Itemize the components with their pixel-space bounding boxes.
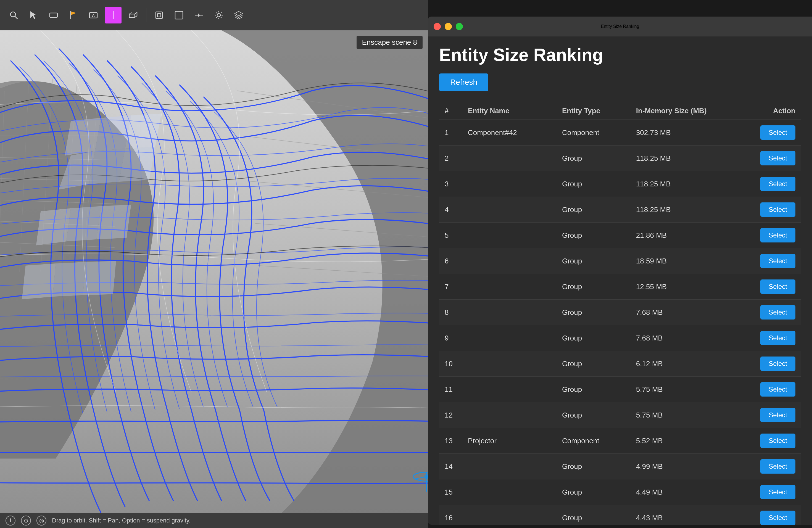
section-tool-icon[interactable] [191, 7, 207, 24]
col-header-size: In-Memory Size (MB) [630, 102, 745, 120]
select-button-5[interactable]: Select [760, 228, 795, 243]
cell-size: 4.99 MB [630, 454, 745, 480]
select-button-3[interactable]: Select [760, 177, 795, 191]
cell-entity-name [462, 274, 556, 299]
entity-table: # Entity Name Entity Type In-Memory Size… [439, 102, 801, 525]
shape-tool-icon[interactable] [105, 7, 121, 24]
cell-entity-type: Group [556, 351, 630, 377]
cell-entity-name: Projector [462, 428, 556, 454]
table-row: 11Group5.75 MBSelect [439, 377, 801, 402]
scene-label: Enscape scene 8 [357, 36, 423, 49]
cell-entity-name [462, 325, 556, 351]
select-button-15[interactable]: Select [760, 485, 795, 499]
cell-entity-name [462, 146, 556, 171]
cell-entity-name [462, 223, 556, 248]
close-button[interactable] [434, 23, 441, 30]
table-row: 3Group118.25 MBSelect [439, 171, 801, 197]
cell-entity-type: Group [556, 454, 630, 480]
table-row: 4Group118.25 MBSelect [439, 197, 801, 223]
cell-entity-type: Group [556, 299, 630, 325]
cell-entity-name [462, 454, 556, 480]
select-button-7[interactable]: Select [760, 279, 795, 294]
svg-marker-43 [97, 205, 131, 239]
settings-tool-icon[interactable] [211, 7, 227, 24]
select-button-11[interactable]: Select [760, 382, 795, 397]
maximize-button[interactable] [456, 23, 463, 30]
select-button-2[interactable]: Select [760, 151, 795, 165]
table-row: 7Group12.55 MBSelect [439, 274, 801, 299]
refresh-button[interactable]: Refresh [439, 73, 488, 91]
select-button-1[interactable]: Select [760, 126, 795, 140]
cell-action: Select [745, 248, 801, 274]
push-pull-tool-icon[interactable] [125, 7, 141, 24]
panel-titlebar: Entity Size Ranking [428, 17, 812, 36]
select-button-16[interactable]: Select [760, 511, 795, 525]
layout-tool-icon[interactable] [171, 7, 187, 24]
cell-size: 118.25 MB [630, 197, 745, 223]
table-row: 9Group7.68 MBSelect [439, 325, 801, 351]
panel-title: Entity Size Ranking [439, 45, 801, 65]
offset-tool-icon[interactable] [151, 7, 168, 24]
cell-action: Select [745, 325, 801, 351]
cell-rank: 5 [439, 223, 462, 248]
entity-size-ranking-panel: Entity Size Ranking Entity Size Ranking … [428, 17, 812, 525]
eraser-tool-icon[interactable] [45, 7, 62, 24]
cell-rank: 4 [439, 197, 462, 223]
cell-size: 4.43 MB [630, 505, 745, 525]
cell-action: Select [745, 299, 801, 325]
cell-rank: 8 [439, 299, 462, 325]
cell-rank: 2 [439, 146, 462, 171]
layers-tool-icon[interactable] [230, 7, 247, 24]
col-header-action: Action [745, 102, 801, 120]
col-header-name: Entity Name [462, 102, 556, 120]
cell-rank: 13 [439, 428, 462, 454]
select-button-13[interactable]: Select [760, 434, 795, 448]
cell-size: 6.12 MB [630, 351, 745, 377]
cell-size: 21.86 MB [630, 223, 745, 248]
cell-entity-type: Group [556, 505, 630, 525]
cell-rank: 3 [439, 171, 462, 197]
svg-line-1 [15, 16, 18, 19]
flag-tool-icon[interactable] [65, 7, 82, 24]
cell-entity-type: Group [556, 197, 630, 223]
cell-size: 4.49 MB [630, 480, 745, 505]
select-button-8[interactable]: Select [760, 305, 795, 320]
toolbar: A [0, 0, 428, 30]
table-header: # Entity Name Entity Type In-Memory Size… [439, 102, 801, 120]
svg-point-17 [217, 14, 220, 17]
cell-action: Select [745, 223, 801, 248]
search-tool-icon[interactable] [5, 7, 22, 24]
select-button-12[interactable]: Select [760, 408, 795, 422]
toolbar-separator-1 [146, 8, 146, 22]
cell-size: 5.75 MB [630, 402, 745, 428]
svg-marker-41 [36, 208, 71, 245]
cell-entity-type: Group [556, 223, 630, 248]
cell-size: 302.73 MB [630, 120, 745, 146]
cell-entity-name: Component#42 [462, 120, 556, 146]
text-tool-icon[interactable]: A [85, 7, 102, 24]
select-button-4[interactable]: Select [760, 202, 795, 217]
cell-entity-name [462, 299, 556, 325]
cell-size: 18.59 MB [630, 248, 745, 274]
3d-viewport[interactable]: Enscape scene 8 [0, 30, 428, 513]
cell-rank: 1 [439, 120, 462, 146]
sketchup-viewport-area: A [0, 0, 428, 528]
table-row: 2Group118.25 MBSelect [439, 146, 801, 171]
minimize-button[interactable] [445, 23, 452, 30]
select-button-14[interactable]: Select [760, 459, 795, 474]
cell-size: 118.25 MB [630, 171, 745, 197]
cell-rank: 11 [439, 377, 462, 402]
table-row: 8Group7.68 MBSelect [439, 299, 801, 325]
select-button-9[interactable]: Select [760, 331, 795, 345]
status-bar: i ⊙ ◎ Drag to orbit. Shift = Pan, Option… [0, 513, 428, 528]
panel-content[interactable]: Entity Size Ranking Refresh # Entity Nam… [428, 36, 812, 525]
svg-marker-44 [22, 263, 56, 299]
table-row: 15Group4.49 MBSelect [439, 480, 801, 505]
svg-rect-8 [129, 14, 135, 17]
select-tool-icon[interactable] [25, 7, 42, 24]
cell-entity-name [462, 402, 556, 428]
select-button-10[interactable]: Select [760, 356, 795, 371]
select-button-6[interactable]: Select [760, 254, 795, 268]
svg-rect-11 [156, 12, 162, 18]
svg-marker-45 [53, 262, 86, 297]
